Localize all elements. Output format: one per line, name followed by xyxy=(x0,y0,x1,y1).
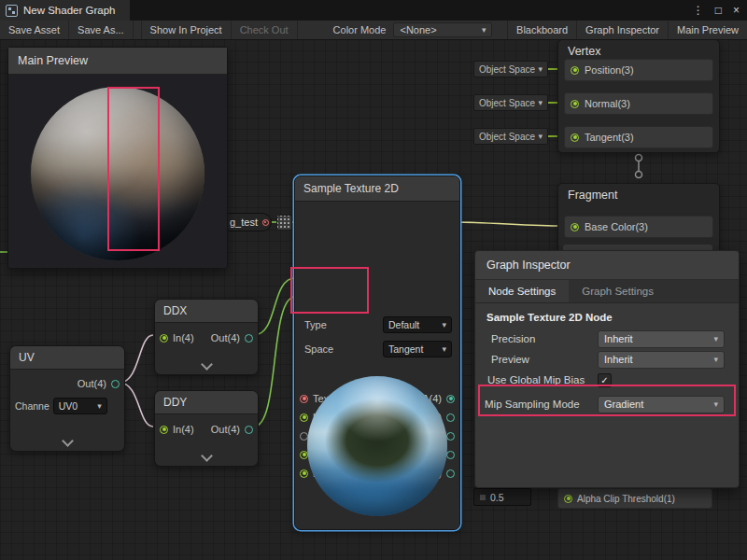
node-vertex[interactable]: Vertex Position(3) Normal(3) Tangent(3) xyxy=(557,39,720,153)
property-label: g_test xyxy=(230,217,258,228)
save-as-button[interactable]: Save As... xyxy=(69,21,134,39)
inspector-node-title: Sample Texture 2D Node xyxy=(475,303,739,329)
b-output-port[interactable] xyxy=(446,451,455,459)
property-out-port[interactable] xyxy=(262,219,269,226)
tangent-label: Tangent(3) xyxy=(585,132,634,143)
graph-inspector-panel: Graph Inspector Node Settings Graph Sett… xyxy=(474,250,740,488)
sample-node-preview xyxy=(307,376,447,516)
uv-input-port[interactable] xyxy=(300,413,308,422)
chevron-down-icon: ▾ xyxy=(97,402,102,411)
alpha-float-field[interactable]: 0.5 xyxy=(473,488,531,506)
ddx-collapse-chevron-icon[interactable] xyxy=(196,359,217,371)
color-mode-value: <None> xyxy=(400,24,436,35)
space-dropdown[interactable]: Tangent ▾ xyxy=(383,341,452,357)
document-tab[interactable]: New Shader Graph xyxy=(0,0,130,21)
vertex-row-position[interactable]: Position(3) xyxy=(564,59,713,81)
main-preview-toggle[interactable]: Main Preview xyxy=(669,21,747,39)
menu-icon[interactable]: ⋮ xyxy=(693,4,704,17)
ddx-in-port[interactable] xyxy=(160,334,168,343)
normal-port[interactable] xyxy=(571,100,579,108)
rgba-output-port[interactable] xyxy=(446,395,455,403)
precision-dropdown[interactable]: Inherit ▾ xyxy=(598,330,725,348)
a-output-port[interactable] xyxy=(446,469,455,478)
title-bar: New Shader Graph ⋮ □ × xyxy=(0,0,747,21)
ddy-out-port[interactable] xyxy=(245,426,253,434)
property-options-button[interactable] xyxy=(276,215,292,231)
base-color-port[interactable] xyxy=(571,223,579,231)
show-in-project-button[interactable]: Show In Project xyxy=(141,21,232,39)
vertex-row-normal[interactable]: Normal(3) xyxy=(564,92,713,115)
precision-value: Inherit xyxy=(604,333,633,344)
tangent-space-value: Object Space xyxy=(479,132,535,142)
shader-graph-icon xyxy=(6,5,18,17)
mip-mode-dropdown[interactable]: Gradient ▾ xyxy=(598,396,725,413)
alpha-clip-port[interactable] xyxy=(564,495,572,503)
ddx-out-port[interactable] xyxy=(245,334,253,343)
sample-node-header[interactable]: Sample Texture 2D xyxy=(295,176,459,202)
node-ddy-header[interactable]: DDY xyxy=(155,391,258,414)
main-preview-sphere xyxy=(31,87,204,260)
texture-input-port[interactable] xyxy=(300,395,308,403)
fragment-row-alpha-clip[interactable]: Alpha Clip Threshold(1) xyxy=(557,488,712,509)
uv-collapse-chevron-icon[interactable] xyxy=(57,436,78,447)
color-mode-dropdown[interactable]: <None> ▾ xyxy=(393,22,492,37)
node-sample-texture-2d[interactable]: Sample Texture 2D Texture(T2) UV(2) Samp… xyxy=(294,175,460,530)
property-node-g-test[interactable]: g_test xyxy=(221,213,272,231)
mip-mode-value: Gradient xyxy=(604,399,643,410)
chevron-down-icon: ▾ xyxy=(482,26,486,35)
vertex-row-tangent[interactable]: Tangent(3) xyxy=(564,126,713,148)
g-output-port[interactable] xyxy=(446,432,455,441)
color-mode-label: Color Mode xyxy=(326,21,394,39)
blackboard-toggle[interactable]: Blackboard xyxy=(507,21,577,39)
mip-bias-checkbox[interactable]: ✓ xyxy=(598,373,612,387)
base-color-label: Base Color(3) xyxy=(585,221,648,232)
uv-out-label: Out(4) xyxy=(78,378,106,389)
maximize-icon[interactable]: □ xyxy=(715,4,722,17)
check-out-button: Check Out xyxy=(232,21,298,39)
toolbar: Save Asset Save As... Show In Project Ch… xyxy=(0,21,747,40)
chevron-down-icon: ▾ xyxy=(442,321,446,329)
chevron-down-icon: ▾ xyxy=(713,356,718,364)
position-space-value: Object Space xyxy=(479,64,535,75)
ddy-in-port[interactable] xyxy=(160,426,168,434)
fragment-row-base-color[interactable]: Base Color(3) xyxy=(564,216,713,238)
graph-inspector-toggle[interactable]: Graph Inspector xyxy=(577,21,669,39)
normal-label: Normal(3) xyxy=(585,98,630,109)
tangent-port[interactable] xyxy=(571,133,579,142)
preview-dropdown[interactable]: Inherit ▾ xyxy=(598,351,725,369)
position-port[interactable] xyxy=(571,66,579,75)
tab-title: New Shader Graph xyxy=(23,5,115,16)
node-ddx[interactable]: DDX In(4) Out(4) xyxy=(154,299,259,375)
tab-node-settings[interactable]: Node Settings xyxy=(475,280,569,302)
uv-out-port[interactable] xyxy=(111,380,120,388)
ddx-out-label: Out(4) xyxy=(211,332,240,343)
node-ddx-header[interactable]: DDX xyxy=(155,300,258,323)
r-output-port[interactable] xyxy=(446,413,455,422)
ddy-collapse-chevron-icon[interactable] xyxy=(196,451,217,462)
node-uv-header[interactable]: UV xyxy=(10,346,124,370)
node-uv[interactable]: UV Out(4) Channe UV0 ▾ xyxy=(9,345,125,452)
close-icon[interactable]: × xyxy=(733,4,740,17)
chevron-down-icon: ▾ xyxy=(538,65,543,74)
position-space-dropdown[interactable]: Object Space ▾ xyxy=(473,61,548,77)
sample-node-title: Sample Texture 2D xyxy=(303,182,399,195)
tab-graph-settings[interactable]: Graph Settings xyxy=(569,280,667,302)
type-label: Type xyxy=(304,319,327,330)
graph-inspector-header[interactable]: Graph Inspector xyxy=(475,251,739,280)
save-asset-button[interactable]: Save Asset xyxy=(0,21,69,39)
ddx-in-label: In(4) xyxy=(173,332,194,343)
precision-label: Precision xyxy=(491,333,535,344)
graph-inspector-title: Graph Inspector xyxy=(486,259,571,272)
ddy-input-port[interactable] xyxy=(300,469,308,478)
normal-space-dropdown[interactable]: Object Space ▾ xyxy=(473,94,548,111)
type-dropdown[interactable]: Default ▾ xyxy=(383,316,452,333)
tangent-space-dropdown[interactable]: Object Space ▾ xyxy=(473,128,548,145)
node-ddx-title: DDX xyxy=(163,304,187,317)
uv-channel-dropdown[interactable]: UV0 ▾ xyxy=(53,398,107,414)
main-preview-header[interactable]: Main Preview xyxy=(8,48,227,75)
preview-label: Preview xyxy=(491,354,529,365)
window-controls: ⋮ □ × xyxy=(693,4,747,17)
node-ddy[interactable]: DDY In(4) Out(4) xyxy=(154,390,259,467)
preview-value: Inherit xyxy=(604,354,633,365)
space-label: Space xyxy=(304,343,333,355)
